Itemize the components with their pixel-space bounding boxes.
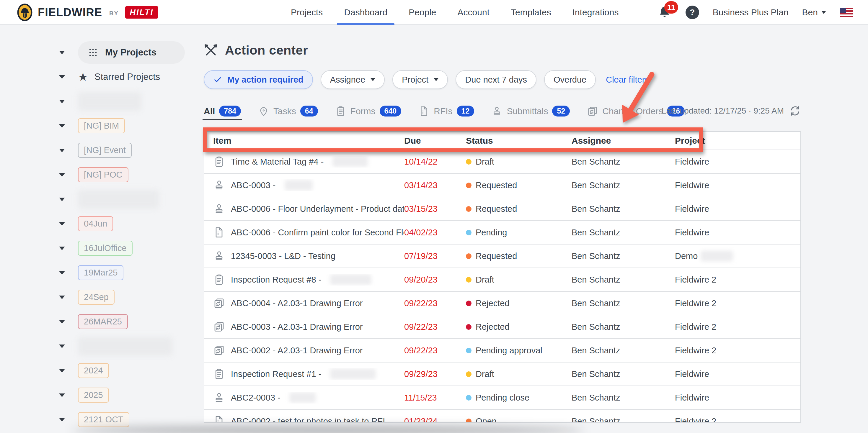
sidebar-item-my-projects[interactable]: My Projects <box>78 41 185 64</box>
status-dot-rejected <box>466 301 471 306</box>
caret-down-icon[interactable] <box>59 124 67 128</box>
sidebar-item-2121-oct[interactable]: 2121 OCT <box>78 412 129 427</box>
status-cell: Open <box>466 417 571 423</box>
due-date: 04/02/23 <box>404 228 466 237</box>
assignee-name: Ben Schantz <box>571 251 675 261</box>
help-question-icon: ? <box>690 8 695 17</box>
change-order-icon <box>213 344 225 356</box>
caret-down-icon[interactable] <box>59 418 67 422</box>
sidebar-item-26mar25[interactable]: 26MAR25 <box>78 314 128 329</box>
status-label: Draft <box>476 275 494 285</box>
tab-count-badge: 784 <box>219 106 241 116</box>
status-dot-requested <box>466 182 471 188</box>
brand-by: BY <box>109 10 119 17</box>
status-cell: Requested <box>466 251 571 261</box>
status-dot-open <box>466 419 471 423</box>
column-header-status: Status <box>466 136 571 146</box>
sidebar-item-16juloffice[interactable]: 16JulOffice <box>78 241 132 256</box>
sidebar-item-24sep[interactable]: 24Sep <box>78 290 115 305</box>
status-dot-pending <box>466 395 471 401</box>
sidebar-item-ng-event[interactable]: [NG] Event <box>78 143 132 158</box>
table-row[interactable]: Inspection Request #1 -09/29/23DraftBen … <box>204 363 800 386</box>
notification-count-badge: 11 <box>664 1 678 13</box>
nav-item-projects[interactable]: Projects <box>291 0 323 25</box>
caret-down-icon[interactable] <box>59 246 67 250</box>
nav-item-account[interactable]: Account <box>458 0 490 25</box>
action-items-table: ItemDueStatusAssigneeProjectTime & Mater… <box>204 131 801 423</box>
tab-submittals[interactable]: Submittals52 <box>491 102 570 120</box>
nav-item-dashboard[interactable]: Dashboard <box>344 0 388 25</box>
project-label: Fieldwire <box>675 157 709 167</box>
sidebar-item-ng-bim[interactable]: [NG] BIM <box>78 118 125 133</box>
filter-label: Project <box>402 75 428 85</box>
table-row[interactable]: ABC-0002 - A2.03-1 Drawing Error09/22/23… <box>204 339 800 363</box>
table-row[interactable]: ABC-0003 - A2.03-1 Drawing Error09/22/23… <box>204 315 800 339</box>
due-date: 10/14/22 <box>404 157 466 167</box>
tab-label: Submittals <box>507 106 548 116</box>
caret-down-icon[interactable] <box>59 320 67 324</box>
caret-down-icon[interactable] <box>59 222 67 226</box>
nav-item-templates[interactable]: Templates <box>511 0 551 25</box>
table-row[interactable]: ABC-0003 -03/14/23RequestedBen SchantzFi… <box>204 174 800 197</box>
tab-all[interactable]: All784 <box>204 102 241 120</box>
sidebar-item-2025[interactable]: 2025 <box>78 388 109 403</box>
status-cell: Requested <box>466 180 571 190</box>
caret-down-icon[interactable] <box>59 198 67 201</box>
filter-assignee[interactable]: Assignee <box>321 70 385 89</box>
caret-down-icon[interactable] <box>59 271 67 275</box>
tab-label: Forms <box>350 106 376 116</box>
filter-overdue[interactable]: Overdue <box>544 70 596 89</box>
item-title: ABC-0004 - A2.03-1 Drawing Error <box>231 299 363 308</box>
sidebar-item-starred-projects[interactable]: Starred Projects <box>94 72 160 82</box>
sidebar-item-19mar25[interactable]: 19Mar25 <box>78 265 123 280</box>
tab-label: RFIs <box>434 106 452 116</box>
project-name: Fieldwire 2 <box>675 275 800 285</box>
table-row[interactable]: ABC2-0003 -11/15/23Pending closeBen Scha… <box>204 386 800 410</box>
table-row[interactable]: ABC-0002 - test for photos in task to RF… <box>204 410 800 423</box>
table-row[interactable]: ABC-0006 - Floor Underlayment - Product … <box>204 197 800 221</box>
table-row[interactable]: 12345-0003 - L&D - Testing07/19/23Reques… <box>204 244 800 268</box>
table-row[interactable]: Inspection Request #8 -09/20/23DraftBen … <box>204 268 800 292</box>
sidebar-row: 19Mar25 <box>0 261 204 285</box>
caret-down-icon[interactable] <box>59 51 67 54</box>
tab-rfis[interactable]: RFIs12 <box>418 102 474 120</box>
fieldwire-logo[interactable]: FIELDWIRE BY HILTI <box>17 0 158 25</box>
nav-item-integrations[interactable]: Integrations <box>572 0 619 25</box>
caret-down-icon[interactable] <box>59 173 67 177</box>
item-cell: ABC-0006 - Confirm paint color for Secon… <box>204 227 404 238</box>
caret-down-icon[interactable] <box>59 296 67 299</box>
table-row[interactable]: ABC-0004 - A2.03-1 Drawing Error09/22/23… <box>204 292 800 315</box>
project-name: Fieldwire 2 <box>675 322 800 332</box>
status-dot-rejected <box>466 324 471 330</box>
sidebar-row <box>0 187 204 211</box>
tab-forms[interactable]: Forms640 <box>335 102 402 120</box>
user-menu[interactable]: Ben <box>802 7 826 18</box>
status-cell: Pending approval <box>466 346 571 356</box>
help-button[interactable]: ? <box>686 6 699 19</box>
caret-down-icon[interactable] <box>59 369 67 372</box>
nav-item-people[interactable]: People <box>409 0 436 25</box>
project-label: Fieldwire <box>675 369 709 379</box>
notifications-button[interactable]: 11 <box>658 5 672 20</box>
filter-due-next-7-days[interactable]: Due next 7 days <box>456 70 536 89</box>
plan-label[interactable]: Business Plus Plan <box>713 7 788 18</box>
table-row[interactable]: ABC-0006 - Confirm paint color for Secon… <box>204 221 800 244</box>
caret-down-icon[interactable] <box>59 100 67 103</box>
clear-filters-link[interactable]: Clear filters <box>606 75 649 85</box>
sidebar-item-04jun[interactable]: 04Jun <box>78 216 113 231</box>
sidebar-item-2024[interactable]: 2024 <box>78 363 109 378</box>
caret-down-icon[interactable] <box>59 394 67 397</box>
table-row[interactable]: Time & Material Tag #4 -10/14/22DraftBen… <box>204 150 800 174</box>
item-cell: Inspection Request #8 - <box>204 274 404 286</box>
status-dot-draft <box>466 277 471 282</box>
assignee-name: Ben Schantz <box>571 275 675 285</box>
filter-my-action-required[interactable]: My action required <box>204 70 313 89</box>
caret-down-icon[interactable] <box>59 344 67 348</box>
filter-project[interactable]: Project <box>392 70 448 89</box>
language-flag-us[interactable] <box>840 8 853 17</box>
sidebar-item-ng-poc[interactable]: [NG] POC <box>78 167 128 182</box>
caret-down-icon[interactable] <box>59 75 67 79</box>
refresh-icon[interactable] <box>789 105 801 117</box>
tab-tasks[interactable]: Tasks64 <box>258 102 318 120</box>
caret-down-icon[interactable] <box>59 149 67 152</box>
